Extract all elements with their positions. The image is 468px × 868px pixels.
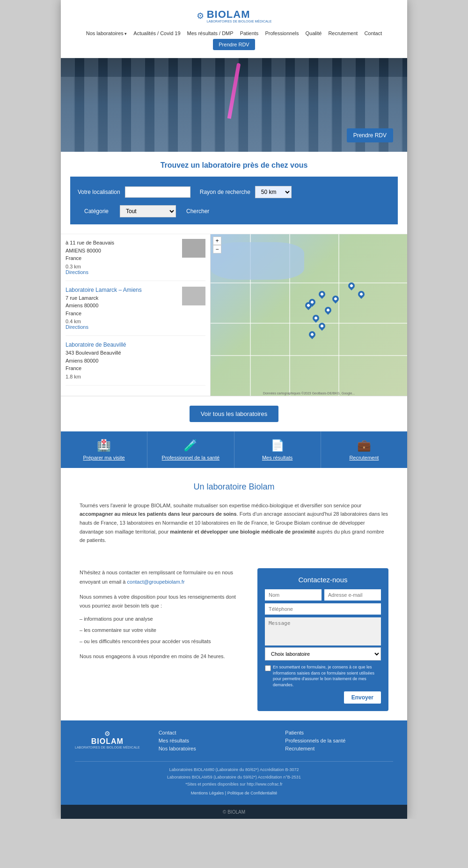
nav-nos-laboratoires[interactable]: Nos laboratoires: [84, 30, 130, 37]
footer-top: ⚙ BIOLAM LABORATOIRES DE BIOLOGIE MÉDICA…: [75, 730, 393, 754]
contact-left-panel: N'hésitez à nous contacter en remplissan…: [80, 568, 248, 711]
footer-link-contact[interactable]: Contact: [159, 730, 267, 735]
map-road: [338, 234, 339, 396]
form-email-input[interactable]: [324, 589, 381, 601]
lab-list: à 11 rue de Beauvais AMIENS 80000 France…: [61, 234, 211, 396]
quick-link-preparer[interactable]: 🏥 Préparer ma visite: [61, 431, 147, 468]
professionnel-icon: 🧪: [151, 439, 230, 452]
lab-name: Laboratoire de Beauvillé: [66, 341, 205, 348]
contact-email-link[interactable]: contact@groupebiolam.fr: [127, 579, 185, 585]
nav-patients[interactable]: Patients: [238, 30, 261, 37]
footer-logo-sub: LABORATOIRES DE BIOLOGIE MÉDICALE: [75, 746, 140, 749]
nav-recrutement[interactable]: Recrutement: [326, 30, 360, 37]
footer-link-patients[interactable]: Patients: [285, 730, 393, 735]
footer-logo-text: BIOLAM: [91, 737, 124, 746]
map-zoom-out-button[interactable]: −: [213, 245, 221, 253]
form-nom-input[interactable]: [265, 589, 322, 601]
contact-item-1: – informations pour une analyse: [80, 615, 248, 624]
hero-section: Prendre RDV: [61, 58, 407, 152]
search-button[interactable]: Chercher: [181, 206, 215, 217]
logo-subtitle: LABORATOIRES DE BIOLOGIE MÉDICALE: [207, 20, 272, 23]
bottom-bar: © BIOLAM: [61, 805, 407, 819]
see-all-section: Voir tous les laboratoires: [61, 396, 407, 431]
rayon-select[interactable]: 50 km 10 km 20 km 100 km: [255, 186, 292, 198]
footer: ⚙ BIOLAM LABORATOIRES DE BIOLOGIE MÉDICA…: [61, 720, 407, 805]
location-label: Votre localisation: [78, 189, 120, 195]
category-select[interactable]: Tout Laboratoire: [120, 205, 176, 217]
quick-link-recrutement[interactable]: 💼 Recrutement: [321, 431, 407, 468]
nav-prendre-rdv-button[interactable]: Prendre RDV: [213, 39, 255, 50]
map-water: [211, 242, 304, 280]
map-pin[interactable]: [357, 289, 366, 299]
bottom-bar-text: © BIOLAM: [223, 809, 245, 815]
hero-prendre-rdv-button[interactable]: Prendre RDV: [347, 128, 393, 142]
search-title: Trouvez un laboratoire près de chez vous: [70, 161, 398, 170]
form-envoyer-button[interactable]: Envoyer: [344, 691, 381, 704]
footer-logo-icon: ⚙: [104, 730, 110, 737]
map-road: [211, 355, 407, 356]
form-tel-input[interactable]: [265, 603, 381, 615]
nav-actualites[interactable]: Actualités / Covid 19: [131, 30, 183, 37]
footer-link-laboratoires[interactable]: Nos laboratoires: [159, 746, 267, 751]
map-road: [211, 282, 407, 283]
search-row-location: Votre localisation Rayon de recherche 50…: [78, 181, 390, 203]
nav-professionnels[interactable]: Professionnels: [263, 30, 301, 37]
lab-thumbnail: [182, 287, 205, 305]
contact-section: N'hésitez à nous contacter en remplissan…: [61, 559, 407, 720]
footer-divider: [75, 761, 393, 762]
form-consent-checkbox[interactable]: [265, 665, 271, 671]
list-item: à 11 rue de Beauvais AMIENS 80000 France…: [66, 239, 205, 281]
map-road: [211, 323, 407, 324]
map-zoom-in-button[interactable]: +: [213, 237, 221, 245]
footer-logo: ⚙ BIOLAM LABORATOIRES DE BIOLOGIE MÉDICA…: [75, 730, 140, 754]
nav-resultats[interactable]: Mes résultats / DMP: [185, 30, 236, 37]
contact-form-panel: Contactez-nous Choix laboratoire En soum…: [257, 568, 388, 711]
footer-link-recrutement[interactable]: Recrutement: [285, 746, 393, 751]
quick-link-preparer-label[interactable]: Préparer ma visite: [65, 455, 143, 460]
about-section: Un laboratoire Biolam Tournés vers l'ave…: [61, 468, 407, 559]
logo-area: ⚙ BIOLAM LABORATOIRES DE BIOLOGIE MÉDICA…: [70, 5, 398, 27]
map-pin[interactable]: [307, 330, 317, 339]
form-consent-text: En soumettant ce formulaire, je consens …: [273, 664, 381, 688]
lab-thumbnail: [182, 239, 205, 258]
map-pin[interactable]: [317, 289, 327, 299]
contact-closing: Nous nous engageons à vous répondre en m…: [80, 652, 248, 661]
quick-link-resultats-label[interactable]: Mes résultats: [238, 455, 317, 460]
location-input[interactable]: [125, 186, 190, 198]
map-attribution: Données cartographiques ©2023 GeoBasis-D…: [211, 392, 407, 395]
footer-legal-links[interactable]: Mentions Légales | Politique de Confiden…: [75, 791, 393, 795]
about-text: Tournés vers l'avenir le groupe BIOLAM, …: [80, 501, 388, 545]
header: ⚙ BIOLAM LABORATOIRES DE BIOLOGIE MÉDICA…: [61, 0, 407, 58]
logo-text: BIOLAM: [207, 8, 272, 21]
footer-link-professionnels[interactable]: Professionnels de la santé: [285, 738, 393, 743]
main-nav: Nos laboratoires Actualités / Covid 19 M…: [70, 27, 398, 53]
contact-item-2: – les commentaire sur votre visite: [80, 626, 248, 635]
form-message-textarea[interactable]: [265, 617, 381, 645]
form-consent-row: En soumettant ce formulaire, je consens …: [265, 664, 381, 688]
quick-link-resultats[interactable]: 📄 Mes résultats: [234, 431, 321, 468]
map-area: + − Données cartographiques ©2023 GeoBas…: [211, 234, 407, 396]
see-all-labs-button[interactable]: Voir tous les laboratoires: [190, 406, 278, 422]
logo-icon: ⚙: [197, 11, 204, 21]
lab-distance: 0.4 km: [66, 319, 205, 324]
form-laboratoire-select[interactable]: Choix laboratoire: [265, 647, 381, 660]
footer-legal: Laboratoires BIOLAM80 (Laboratoire du 80…: [75, 766, 393, 788]
contact-item-3: – ou les difficultés rencontrées pour ac…: [80, 637, 248, 646]
contact-text2: Nous sommes à votre disposition pour tou…: [80, 593, 248, 611]
quick-link-recrutement-label[interactable]: Recrutement: [325, 455, 403, 460]
quick-links-section: 🏥 Préparer ma visite 🧪 Professionnel de …: [61, 431, 407, 468]
footer-col-1: Contact Mes résultats Nos laboratoires: [159, 730, 267, 754]
nav-qualite[interactable]: Qualité: [303, 30, 324, 37]
lab-directions-link[interactable]: Directions: [66, 269, 205, 275]
category-label: Catégorie: [78, 208, 115, 215]
footer-link-resultats[interactable]: Mes résultats: [159, 738, 267, 743]
map-pin[interactable]: [311, 313, 321, 323]
quick-link-professionnel[interactable]: 🧪 Professionnel de la santé: [147, 431, 234, 468]
about-title: Un laboratoire Biolam: [80, 482, 388, 492]
form-row-name-email: [265, 589, 381, 601]
lab-directions-link[interactable]: Directions: [66, 324, 205, 330]
search-row-category: Catégorie Tout Laboratoire Chercher: [78, 203, 390, 220]
map-pin[interactable]: [323, 305, 333, 315]
quick-link-professionnel-label[interactable]: Professionnel de la santé: [151, 455, 230, 460]
nav-contact[interactable]: Contact: [362, 30, 384, 37]
